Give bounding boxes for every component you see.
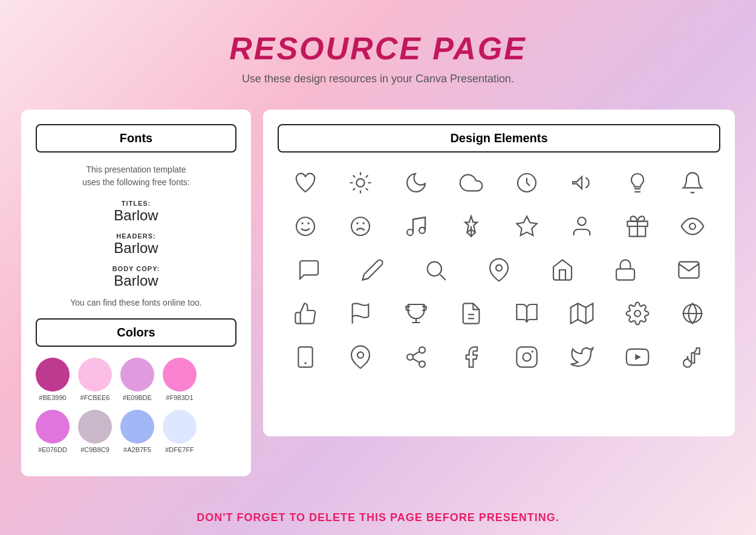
flag-icon xyxy=(341,294,380,333)
thumbsup-icon xyxy=(286,294,325,333)
design-elements-header: Design Elements xyxy=(278,124,720,153)
cloud-icon xyxy=(452,163,490,202)
twitter-icon xyxy=(562,338,601,376)
color-hex-5: #E076DD xyxy=(38,446,67,453)
heart-icon xyxy=(286,163,325,202)
svg-point-23 xyxy=(689,223,696,229)
color-hex-7: #A2B7F5 xyxy=(123,446,151,453)
tiktok-icon xyxy=(673,338,712,376)
svg-marker-19 xyxy=(516,216,536,235)
color-row-1: #BE3990 #FCBEE6 #E09BDE #F983D1 xyxy=(36,358,236,401)
youtube-icon xyxy=(618,338,657,376)
color-hex-2: #FCBEE6 xyxy=(80,394,110,401)
font-entry-body: BODY COPY: Barlow xyxy=(36,265,236,289)
svg-point-34 xyxy=(634,310,640,317)
icon-grid xyxy=(278,163,720,376)
color-hex-6: #C9B8C9 xyxy=(80,446,109,453)
settings-icon xyxy=(618,294,657,333)
phone-icon xyxy=(286,338,325,376)
svg-point-24 xyxy=(428,262,442,276)
footer-text: DON'T FORGET TO DELETE THIS PAGE BEFORE … xyxy=(11,511,745,524)
svg-line-43 xyxy=(412,352,419,356)
lock-icon xyxy=(606,251,645,289)
svg-rect-27 xyxy=(616,269,634,280)
color-swatch-1 xyxy=(36,358,70,392)
font-entry-headers: HEADERS: Barlow xyxy=(36,232,236,257)
bulb-icon xyxy=(618,163,657,202)
color-hex-3: #E09BDE xyxy=(123,394,152,401)
svg-point-38 xyxy=(357,352,363,358)
icon-row-1 xyxy=(278,163,720,202)
smile-icon xyxy=(286,207,325,246)
svg-line-6 xyxy=(367,188,368,189)
color-item-8: #DFE7FF xyxy=(163,410,197,453)
document-icon xyxy=(452,294,490,333)
gift-icon xyxy=(618,207,657,246)
svg-line-5 xyxy=(353,176,354,177)
color-row-2: #E076DD #C9B8C9 #A2B7F5 #DFE7FF xyxy=(36,410,236,453)
svg-point-41 xyxy=(419,361,425,367)
icon-row-2 xyxy=(278,207,720,246)
colors-section-header: Colors xyxy=(36,318,236,347)
fonts-note: You can find these fonts online too. xyxy=(36,298,236,307)
globe-icon xyxy=(673,294,712,333)
svg-point-18 xyxy=(419,228,425,234)
color-item-6: #C9B8C9 xyxy=(78,410,112,453)
eye-icon xyxy=(673,207,712,246)
left-panel: Fonts This presentation template uses th… xyxy=(21,110,251,476)
svg-point-11 xyxy=(296,217,314,235)
font-label-headers: HEADERS: xyxy=(36,232,236,240)
star-icon xyxy=(507,207,546,246)
svg-point-17 xyxy=(407,229,413,235)
home-icon xyxy=(543,251,582,289)
rocket-icon xyxy=(452,207,490,246)
font-name-titles: Barlow xyxy=(36,207,236,224)
moon-icon xyxy=(397,163,435,202)
font-name-headers: Barlow xyxy=(36,240,236,257)
bell-icon xyxy=(673,163,712,202)
header-section: RESOURCE PAGE Use these design resources… xyxy=(0,0,756,97)
icon-row-5 xyxy=(278,338,720,376)
svg-point-39 xyxy=(419,347,425,353)
search-icon xyxy=(416,251,455,289)
svg-point-14 xyxy=(351,217,370,235)
location-pin-icon xyxy=(341,338,380,376)
color-hex-4: #F983D1 xyxy=(166,394,193,401)
color-swatch-6 xyxy=(78,410,112,444)
svg-line-42 xyxy=(412,359,419,363)
svg-point-0 xyxy=(357,179,365,186)
page-title: RESOURCE PAGE xyxy=(0,30,756,67)
footer: DON'T FORGET TO DELETE THIS PAGE BEFORE … xyxy=(0,501,756,535)
fonts-description: This presentation template uses the foll… xyxy=(36,163,236,189)
clock-icon xyxy=(507,163,546,202)
font-name-body: Barlow xyxy=(36,272,236,289)
megaphone-icon xyxy=(562,163,601,202)
svg-rect-36 xyxy=(298,347,312,367)
share-icon xyxy=(397,338,435,376)
book-icon xyxy=(507,294,546,333)
chat-icon xyxy=(290,251,328,289)
icon-row-4 xyxy=(278,294,720,333)
color-swatch-7 xyxy=(120,410,154,444)
font-entry-titles: TITLES: Barlow xyxy=(36,200,236,224)
frown-icon xyxy=(341,207,380,246)
fonts-section-header: Fonts xyxy=(36,124,236,153)
svg-line-8 xyxy=(367,176,368,177)
svg-point-26 xyxy=(496,265,502,271)
color-item-7: #A2B7F5 xyxy=(120,410,154,453)
mail-icon xyxy=(670,251,708,289)
svg-line-7 xyxy=(353,188,354,189)
color-swatch-4 xyxy=(163,358,197,392)
pin-icon xyxy=(480,251,518,289)
person-icon xyxy=(562,207,601,246)
color-swatch-2 xyxy=(78,358,112,392)
font-label-titles: TITLES: xyxy=(36,200,236,207)
color-item-5: #E076DD xyxy=(36,410,70,453)
svg-point-40 xyxy=(407,354,413,360)
color-hex-1: #BE3990 xyxy=(39,394,66,401)
font-label-body: BODY COPY: xyxy=(36,265,236,272)
color-swatch-8 xyxy=(163,410,197,444)
icon-row-3 xyxy=(278,251,720,289)
map-icon xyxy=(562,294,601,333)
color-swatch-5 xyxy=(36,410,70,444)
